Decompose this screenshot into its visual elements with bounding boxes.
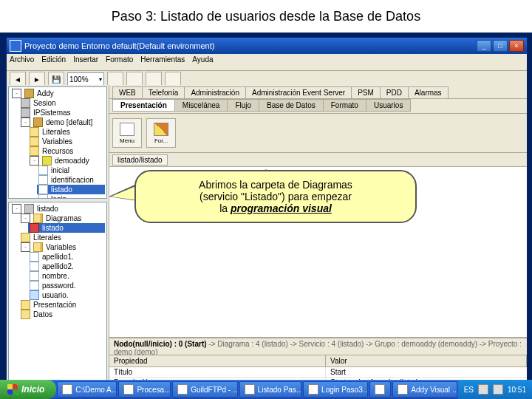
tool-btn-2[interactable] <box>126 72 143 86</box>
expand-icon[interactable]: - <box>12 204 21 214</box>
tool-btn-3[interactable] <box>146 72 162 86</box>
callout-line1: Abrimos la carpeta de Diagramas <box>199 179 352 191</box>
expand-icon[interactable]: - <box>21 214 30 223</box>
page-icon <box>38 185 48 194</box>
tab-telefonia[interactable]: Telefonía <box>142 86 185 98</box>
tab-pdd[interactable]: PDD <box>380 86 409 98</box>
tab-base-de-datos[interactable]: Base de Datos <box>259 99 324 112</box>
tree2-row-variables[interactable]: -Variables <box>19 242 105 252</box>
tree2-row-password[interactable]: password. <box>28 281 105 290</box>
page-icon <box>30 271 39 281</box>
path-box[interactable]: listado/listado <box>112 154 168 166</box>
tree2-row-nombre[interactable]: nombre. <box>28 271 105 281</box>
tree2-row-datos[interactable]: Datos <box>19 310 105 319</box>
expand-icon[interactable]: - <box>21 117 30 127</box>
tree-row-login[interactable]: login <box>37 194 105 199</box>
maximize-button[interactable]: □ <box>493 40 508 52</box>
callout-tail-icon <box>109 183 138 201</box>
tree2-row-diagramas[interactable]: -Diagramas <box>19 214 105 223</box>
tab-formato[interactable]: Formato <box>323 99 366 112</box>
menu-edicion[interactable]: Edición <box>41 55 66 69</box>
tree-row-literales[interactable]: Literales <box>28 127 105 137</box>
tab-alarmas[interactable]: Alarmas <box>408 86 449 98</box>
pencil-icon <box>154 123 168 136</box>
tree-row-ipsistemas[interactable]: IPSistemas <box>19 108 105 117</box>
person-icon <box>30 290 39 300</box>
menu-formato[interactable]: Formato <box>106 55 133 69</box>
breadcrumb-node: Nodo(null/inicio) : 0 (Start) <box>114 340 207 348</box>
titlebar: Proyecto demo Entorno default(Default en… <box>7 38 527 54</box>
tree-row-addy[interactable]: -Addy <box>10 89 105 98</box>
tab-flujo[interactable]: Flujo <box>227 99 259 112</box>
tab-usuarios[interactable]: Usuarios <box>366 99 411 112</box>
task-listado-pas[interactable]: Listado Pas… <box>239 381 302 398</box>
tree-label: inicial <box>51 166 69 175</box>
tab-psm[interactable]: PSM <box>351 86 381 98</box>
callout-line3-emph: programación visual <box>231 202 332 214</box>
tree-label: demoaddy <box>55 156 89 166</box>
task-procesa[interactable]: Procesa… <box>118 381 171 398</box>
tree2-row-apellido2[interactable]: apellido2. <box>28 262 105 271</box>
tree-label: listado <box>42 223 64 233</box>
tab-administracion[interactable]: Administración <box>184 86 246 98</box>
tree-row-recursos[interactable]: Recursos <box>28 146 105 156</box>
expand-icon[interactable]: - <box>12 89 21 98</box>
tree2-row-listado-diagram[interactable]: listado <box>28 223 105 233</box>
task-demo-a[interactable]: C:\Demo A… <box>57 381 117 398</box>
tree-label: Literales <box>33 233 61 242</box>
props-val-titulo[interactable]: Start <box>326 367 527 377</box>
tree-row-demo[interactable]: -demo [default] <box>19 117 105 127</box>
save-button[interactable]: 💾 <box>48 72 64 86</box>
folder-open-icon <box>33 214 43 223</box>
tool-btn-4[interactable] <box>165 72 181 86</box>
forward-button[interactable]: ► <box>29 72 45 86</box>
folder-icon <box>30 127 39 137</box>
language-indicator[interactable]: ES <box>464 386 474 394</box>
tab-web[interactable]: WEB <box>112 86 143 98</box>
close-button[interactable]: × <box>509 40 524 52</box>
task-unknown[interactable] <box>369 381 392 398</box>
tray-icon-2[interactable] <box>493 384 503 395</box>
tree2-row-listado[interactable]: -listado <box>10 204 105 214</box>
tree2-row-apellido1[interactable]: apellido1. <box>28 252 105 262</box>
tab-admin-event-server[interactable]: Administración Event Server <box>245 86 352 98</box>
tree-row-listado[interactable]: listado <box>37 185 105 194</box>
tab-miscelanea[interactable]: Miscelánea <box>174 99 228 112</box>
tree2-row-literales[interactable]: Literales <box>19 233 105 242</box>
tree-row-inicial[interactable]: inicial <box>37 166 105 175</box>
menu-herramientas[interactable]: Herramientas <box>140 55 185 69</box>
tree-row-demoaddy[interactable]: -demoaddy <box>28 156 105 166</box>
task-login-paso3[interactable]: Login Paso3… <box>303 381 367 398</box>
zoom-select[interactable]: 100%▾ <box>67 72 104 86</box>
tree2-row-usuario[interactable]: usuario. <box>28 290 105 300</box>
tree-row-identificacion[interactable]: identificacion <box>37 175 105 185</box>
minimize-button[interactable]: _ <box>477 40 491 52</box>
breadcrumb-bar: Nodo(null/inicio) : 0 (Start) -> Diagram… <box>109 338 527 355</box>
window-title: Proyecto demo Entorno default(Default en… <box>24 41 214 50</box>
palette-menu-button[interactable]: Menu <box>112 118 142 148</box>
tree-label: apellido1. <box>42 252 74 262</box>
back-button[interactable]: ◄ <box>10 72 26 86</box>
tabstrip-top: WEB Telefonía Administración Administrac… <box>109 85 527 99</box>
tray-icon-1[interactable] <box>478 384 488 395</box>
start-button[interactable]: Inicio <box>0 380 56 399</box>
expand-icon[interactable]: - <box>21 242 30 252</box>
clock[interactable]: 10:51 <box>508 386 526 394</box>
callout-line3-prefix: la <box>219 202 231 214</box>
task-label: Procesa… <box>137 386 171 394</box>
tree-row-sesion[interactable]: Sesion <box>19 98 105 108</box>
menu-ayuda[interactable]: Ayuda <box>192 55 213 69</box>
menu-insertar[interactable]: Insertar <box>73 55 98 69</box>
menu-archivo[interactable]: Archivo <box>10 55 34 69</box>
tree-label: Variables <box>46 242 76 252</box>
project-icon <box>33 117 43 127</box>
expand-icon[interactable]: - <box>30 156 39 166</box>
task-addy-visual[interactable]: Addy Visual … <box>392 381 457 398</box>
tree-row-variables[interactable]: Variables <box>28 137 105 146</box>
tree-label: apellido2. <box>42 262 74 271</box>
task-guildftpd[interactable]: GuildFTPd - … <box>172 381 237 398</box>
tool-btn-1[interactable] <box>107 72 123 86</box>
tab-presentacion[interactable]: Presentación <box>112 99 175 112</box>
palette-for-button[interactable]: For... <box>146 118 176 148</box>
tree2-row-presentacion[interactable]: Presentación <box>19 300 105 310</box>
